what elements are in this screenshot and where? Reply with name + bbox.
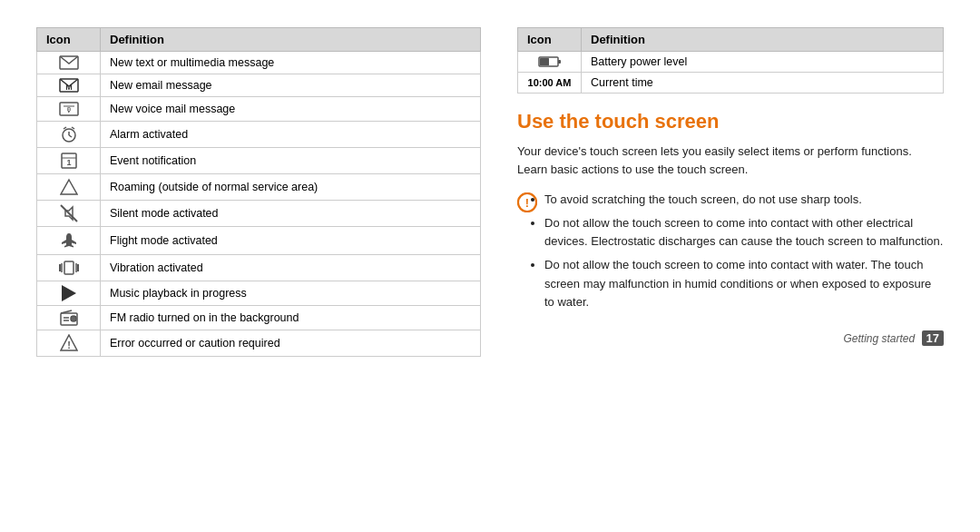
event-icon: 1 bbox=[46, 152, 91, 170]
vibration-icon bbox=[46, 259, 91, 277]
icon-cell bbox=[37, 255, 101, 281]
svg-text:!: ! bbox=[67, 340, 71, 350]
left-table-wrapper: Icon Definition New text or multimedia m… bbox=[36, 27, 481, 357]
footer-label: Getting started bbox=[843, 332, 915, 345]
email-icon: M bbox=[46, 78, 91, 93]
roaming-icon bbox=[46, 178, 91, 196]
svg-line-9 bbox=[64, 127, 66, 129]
right-icon-table: Icon Definition Battery power level 10:0… bbox=[517, 27, 944, 94]
definition-cell: Flight mode activated bbox=[101, 227, 481, 255]
icon-cell bbox=[37, 201, 101, 227]
icon-cell: ! bbox=[37, 330, 101, 357]
svg-text:M: M bbox=[65, 83, 73, 92]
left-icon-table: Icon Definition New text or multimedia m… bbox=[36, 27, 481, 357]
icon-cell: 1 bbox=[37, 148, 101, 174]
icon-cell: M bbox=[37, 74, 101, 97]
table-row: M New email message bbox=[37, 74, 481, 97]
table-row: FM radio turned on in the background bbox=[37, 306, 481, 330]
svg-rect-16 bbox=[64, 261, 74, 274]
list-item: Do not allow the touch screen to come in… bbox=[544, 256, 944, 310]
alarm-icon bbox=[46, 125, 91, 143]
icon-cell: 🎙 bbox=[37, 97, 101, 122]
svg-line-10 bbox=[72, 127, 74, 129]
svg-line-8 bbox=[69, 135, 72, 137]
footer: Getting started 17 bbox=[517, 331, 944, 345]
icon-cell bbox=[37, 174, 101, 201]
flight-icon bbox=[46, 231, 91, 251]
table-row: Silent mode activated bbox=[37, 201, 481, 227]
definition-cell: Roaming (outside of normal service area) bbox=[101, 174, 481, 201]
left-header-icon: Icon bbox=[37, 28, 101, 52]
definition-cell: FM radio turned on in the background bbox=[101, 306, 481, 330]
table-row: Flight mode activated bbox=[37, 227, 481, 255]
icon-cell bbox=[37, 52, 101, 74]
table-row: New text or multimedia message bbox=[37, 52, 481, 74]
silent-icon bbox=[46, 204, 91, 222]
svg-rect-32 bbox=[558, 60, 561, 64]
icon-cell: 10:00 AM bbox=[518, 73, 582, 94]
icon-cell bbox=[37, 122, 101, 148]
definition-cell: Error occurred or caution required bbox=[101, 330, 481, 357]
icon-cell bbox=[37, 281, 101, 306]
envelope-icon bbox=[46, 55, 91, 70]
definition-cell: New email message bbox=[101, 74, 481, 97]
right-panel: Icon Definition Battery power level 10:0… bbox=[517, 27, 944, 514]
left-panel: Icon Definition New text or multimedia m… bbox=[36, 27, 481, 514]
svg-text:1: 1 bbox=[66, 158, 71, 167]
footer-page: 17 bbox=[922, 330, 944, 346]
section-description: Your device's touch screen lets you easi… bbox=[517, 143, 944, 178]
list-item: To avoid scratching the touch screen, do… bbox=[544, 191, 944, 209]
section-title: Use the touch screen bbox=[517, 110, 944, 133]
table-row: 10:00 AM Current time bbox=[518, 73, 944, 94]
svg-text:🎙: 🎙 bbox=[65, 106, 73, 114]
definition-cell: Current time bbox=[582, 73, 944, 94]
radio-icon bbox=[46, 310, 91, 326]
right-header-icon: Icon bbox=[518, 28, 582, 52]
table-row: 1 Event notification bbox=[37, 148, 481, 174]
table-row: Roaming (outside of normal service area) bbox=[37, 174, 481, 201]
bullet-list: To avoid scratching the touch screen, do… bbox=[544, 191, 944, 317]
error-icon: ! bbox=[46, 334, 91, 352]
definition-cell: New text or multimedia message bbox=[101, 52, 481, 74]
definition-cell: Battery power level bbox=[582, 52, 944, 73]
voicemail-icon: 🎙 bbox=[46, 101, 91, 117]
notice-block: ! To avoid scratching the touch screen, … bbox=[517, 191, 944, 317]
icon-cell bbox=[518, 52, 582, 73]
left-header-definition: Definition bbox=[101, 28, 481, 52]
svg-marker-21 bbox=[62, 285, 76, 301]
list-item: Do not allow the touch screen to come in… bbox=[544, 214, 944, 251]
table-row: Music playback in progress bbox=[37, 281, 481, 306]
table-row: Battery power level bbox=[518, 52, 944, 73]
icon-cell bbox=[37, 306, 101, 330]
svg-rect-27 bbox=[71, 316, 76, 321]
definition-cell: Silent mode activated bbox=[101, 201, 481, 227]
time-icon: 10:00 AM bbox=[527, 77, 572, 88]
definition-cell: Alarm activated bbox=[101, 122, 481, 148]
svg-marker-14 bbox=[61, 180, 77, 194]
table-row: Alarm activated bbox=[37, 122, 481, 148]
definition-cell: Event notification bbox=[101, 148, 481, 174]
table-row: Vibration activated bbox=[37, 255, 481, 281]
battery-icon bbox=[527, 55, 572, 68]
definition-cell: Music playback in progress bbox=[101, 281, 481, 306]
table-row: ! Error occurred or caution required bbox=[37, 330, 481, 357]
right-header-definition: Definition bbox=[582, 28, 944, 52]
svg-text:!: ! bbox=[525, 196, 529, 210]
svg-rect-31 bbox=[540, 58, 549, 65]
svg-line-15 bbox=[61, 205, 77, 222]
icon-cell bbox=[37, 227, 101, 255]
definition-cell: Vibration activated bbox=[101, 255, 481, 281]
definition-cell: New voice mail message bbox=[101, 97, 481, 122]
play-icon bbox=[46, 285, 91, 301]
table-row: 🎙 New voice mail message bbox=[37, 97, 481, 122]
